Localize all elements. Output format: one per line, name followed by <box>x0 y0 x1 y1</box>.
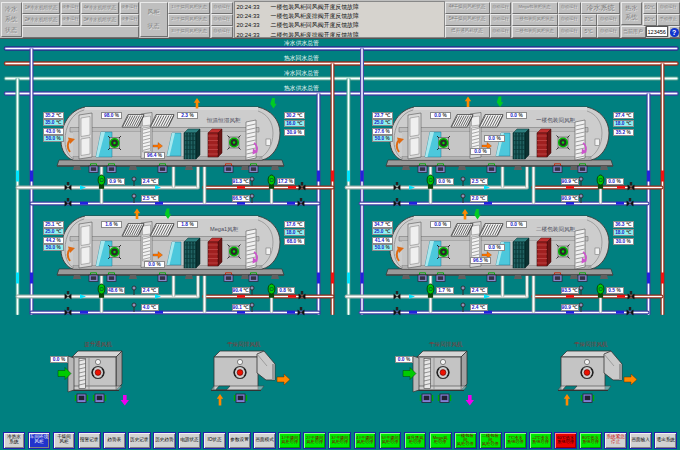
svg-text:O: O <box>428 177 433 183</box>
svg-text:O: O <box>99 177 104 183</box>
svg-text:O: O <box>598 177 603 183</box>
svg-text:O: O <box>269 177 274 183</box>
svg-text:O: O <box>428 286 433 292</box>
svg-text:O: O <box>269 286 274 292</box>
svg-text:O: O <box>99 286 104 292</box>
svg-text:O: O <box>598 286 603 292</box>
